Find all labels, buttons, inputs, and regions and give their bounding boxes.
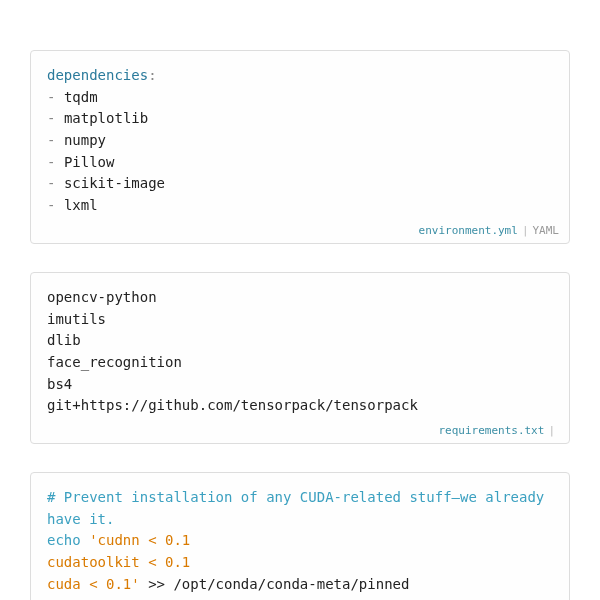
yaml-key: dependencies <box>47 67 148 83</box>
req-line: bs4 <box>47 374 553 396</box>
yaml-item: - scikit-image <box>47 173 553 195</box>
yaml-item: - lxml <box>47 195 553 217</box>
yaml-line: dependencies: <box>47 65 553 87</box>
code-block-environment-yml: dependencies: - tqdm - matplotlib - nump… <box>30 50 570 244</box>
shell-comment: # Prevent installation of any CUDA-relat… <box>47 487 553 530</box>
filename-link[interactable]: requirements.txt <box>438 424 544 437</box>
code-block-shell: # Prevent installation of any CUDA-relat… <box>30 472 570 600</box>
yaml-item: - matplotlib <box>47 108 553 130</box>
shell-line: cudatoolkit < 0.1 <box>47 552 553 574</box>
req-line: imutils <box>47 309 553 331</box>
filename-link[interactable]: environment.yml <box>419 224 518 237</box>
req-line: dlib <box>47 330 553 352</box>
code-footer: environment.yml|YAML <box>419 222 559 239</box>
shell-line: cuda < 0.1' >> /opt/conda/conda-meta/pin… <box>47 574 553 596</box>
shell-line: echo 'cudnn < 0.1 <box>47 530 553 552</box>
code-footer: requirements.txt| <box>438 422 559 439</box>
yaml-item: - tqdm <box>47 87 553 109</box>
req-line: git+https://github.com/tensorpack/tensor… <box>47 395 553 417</box>
req-line: opencv-python <box>47 287 553 309</box>
req-line: face_recognition <box>47 352 553 374</box>
code-block-requirements-txt: opencv-python imutils dlib face_recognit… <box>30 272 570 444</box>
yaml-item: - Pillow <box>47 152 553 174</box>
yaml-item: - numpy <box>47 130 553 152</box>
lang-label: YAML <box>533 224 560 237</box>
